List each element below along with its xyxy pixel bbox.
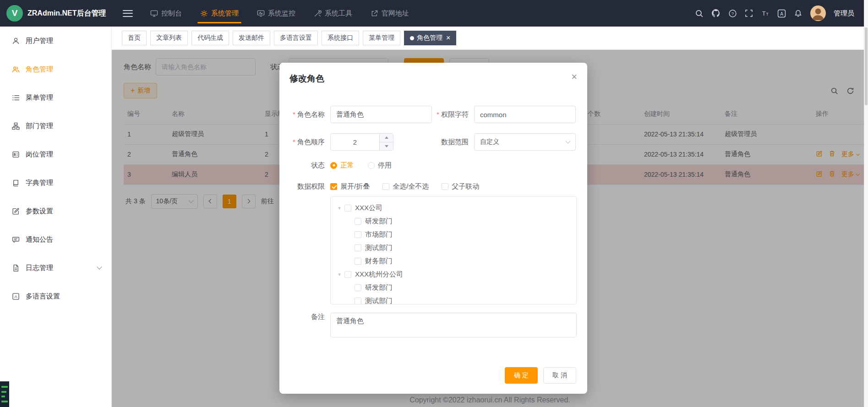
tree-checkbox[interactable]	[355, 218, 361, 225]
tree-checkbox[interactable]	[355, 231, 361, 238]
tab-article-list[interactable]: 文章列表	[150, 31, 188, 45]
sidebar-item-label: 多语言设置	[26, 292, 60, 301]
tree-node-dept[interactable]: 研发部门	[331, 215, 576, 228]
confirm-button[interactable]: 确 定	[505, 367, 538, 384]
sidebar-item-posts[interactable]: 岗位管理	[0, 140, 111, 168]
caret-down-icon	[385, 145, 388, 147]
sidebar: 用户管理 角色管理 菜单管理 部门管理 岗位管理 字典管理 参数设置 通知公告 …	[0, 27, 112, 407]
tree-node-dept[interactable]: 测试部门	[331, 294, 576, 304]
nav-system-management[interactable]: 系统管理	[191, 0, 248, 27]
sidebar-item-departments[interactable]: 部门管理	[0, 112, 111, 140]
sidebar-item-logs[interactable]: 日志管理	[0, 254, 111, 282]
perm-char-label: 权限字符	[432, 110, 474, 119]
sidebar-item-i18n[interactable]: A 多语言设置	[0, 282, 111, 310]
radio-status-normal[interactable]: 正常	[330, 161, 354, 170]
tab-system-api[interactable]: 系统接口	[322, 31, 359, 45]
role-order-label: 角色顺序	[279, 138, 330, 147]
close-icon[interactable]: ×	[571, 72, 577, 82]
search-icon[interactable]	[695, 9, 704, 18]
help-icon[interactable]: ?	[728, 9, 737, 18]
status-monitor-widget[interactable]	[0, 381, 9, 407]
language-a-icon: A	[12, 293, 20, 300]
increase-button[interactable]	[380, 134, 393, 142]
id-badge-icon	[12, 151, 20, 158]
chevron-down-icon	[565, 138, 570, 143]
nav-label: 控制台	[161, 9, 182, 18]
nav-system-monitor[interactable]: 系统监控	[248, 0, 305, 27]
decrease-button[interactable]	[380, 142, 393, 151]
role-name-label: 角色名称	[279, 110, 330, 119]
radio-status-disabled[interactable]: 停用	[368, 161, 392, 170]
tab-i18n[interactable]: 多语言设置	[274, 31, 318, 45]
role-order-input[interactable]: 2	[330, 133, 393, 151]
tree-node-dept[interactable]: 研发部门	[331, 281, 576, 294]
svg-text:?: ?	[732, 11, 734, 16]
cancel-button[interactable]: 取 消	[543, 367, 576, 384]
app-logo[interactable]: V ZRAdmin.NET后台管理	[0, 5, 112, 22]
users-icon	[12, 65, 20, 73]
sidebar-item-label: 参数设置	[26, 207, 53, 216]
sidebar-item-parameters[interactable]: 参数设置	[0, 197, 111, 225]
tree-caret-icon[interactable]: ▾	[334, 271, 344, 277]
nav-website[interactable]: 官网地址	[361, 0, 418, 27]
scrollbar-thumb[interactable]	[865, 27, 868, 105]
sidebar-item-roles[interactable]: 角色管理	[0, 55, 111, 83]
tab-home[interactable]: 首页	[122, 31, 147, 45]
toggle-expand-collapse[interactable]: 展开/折叠	[330, 182, 370, 191]
tab-code-gen[interactable]: 代码生成	[191, 31, 229, 45]
bell-icon[interactable]	[794, 9, 802, 18]
topbar-actions: ? TT A 管理员	[695, 5, 868, 21]
tab-menu-management[interactable]: 菜单管理	[363, 31, 400, 45]
sidebar-item-notices[interactable]: 通知公告	[0, 225, 111, 254]
window-scrollbar[interactable]	[864, 0, 868, 407]
remark-label: 备注	[279, 313, 330, 321]
radio-unselected-icon	[368, 162, 375, 169]
user-avatar[interactable]	[810, 5, 826, 21]
tree-checkbox[interactable]	[355, 284, 361, 291]
tree-node-dept[interactable]: 财务部门	[331, 255, 576, 268]
tree-node-dept[interactable]: 市场部门	[331, 228, 576, 241]
nav-label: 系统工具	[325, 9, 352, 18]
svg-text:T: T	[766, 12, 769, 16]
tree-checkbox[interactable]	[355, 298, 361, 304]
perm-char-input[interactable]	[474, 106, 576, 123]
tree-node-dept[interactable]: 测试部门	[331, 241, 576, 255]
tree-node-company-2[interactable]: ▾ XXX杭州分公司	[331, 268, 576, 281]
nav-system-tools[interactable]: 系统工具	[305, 0, 361, 27]
hamburger-menu-icon[interactable]	[123, 10, 133, 17]
data-scope-select[interactable]: 自定义	[474, 133, 576, 151]
tree-caret-icon[interactable]: ▾	[334, 205, 344, 211]
tree-checkbox[interactable]	[344, 205, 351, 212]
fullscreen-icon[interactable]	[745, 9, 753, 17]
sidebar-item-label: 角色管理	[26, 65, 53, 74]
nav-label: 系统管理	[211, 9, 239, 18]
chevron-down-icon	[97, 264, 102, 269]
nav-label: 系统监控	[268, 9, 295, 18]
sidebar-item-users[interactable]: 用户管理	[0, 27, 111, 55]
status-label: 状态	[279, 161, 330, 170]
github-icon[interactable]	[711, 9, 721, 18]
external-link-icon	[371, 10, 378, 17]
tree-checkbox[interactable]	[344, 271, 351, 278]
sidebar-item-label: 日志管理	[26, 264, 53, 272]
toggle-parent-child-link[interactable]: 父子联动	[442, 182, 479, 191]
svg-text:A: A	[14, 294, 17, 299]
tree-checkbox[interactable]	[355, 244, 361, 251]
font-size-icon[interactable]: TT	[761, 9, 770, 18]
checkbox-icon	[442, 183, 448, 190]
username[interactable]: 管理员	[834, 9, 854, 18]
language-icon[interactable]: A	[777, 9, 786, 18]
tab-role-management[interactable]: 角色管理 ×	[404, 31, 456, 45]
remark-textarea[interactable]: 普通角色	[330, 313, 577, 337]
nav-console[interactable]: 控制台	[141, 0, 191, 27]
tree-node-company-1[interactable]: ▾ XXX公司	[331, 201, 576, 215]
document-icon	[12, 264, 20, 272]
toggle-select-all[interactable]: 全选/全不选	[382, 182, 429, 191]
tab-close-icon[interactable]: ×	[446, 34, 450, 42]
tree-checkbox[interactable]	[355, 258, 361, 265]
book-icon	[12, 179, 20, 187]
tab-send-mail[interactable]: 发送邮件	[233, 31, 270, 45]
sidebar-item-menus[interactable]: 菜单管理	[0, 83, 111, 112]
role-name-input[interactable]	[330, 106, 432, 123]
sidebar-item-dictionaries[interactable]: 字典管理	[0, 168, 111, 197]
